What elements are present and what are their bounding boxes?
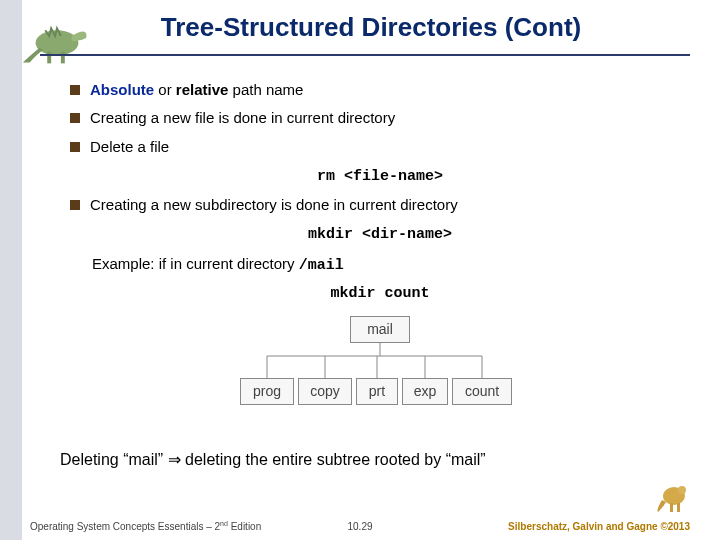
left-stripe: [0, 0, 22, 540]
bullet-text: Creating a new subdirectory is done in c…: [90, 195, 690, 215]
bullet-icon: [70, 85, 80, 95]
svg-rect-11: [670, 503, 673, 512]
bullet-icon: [70, 142, 80, 152]
implies-arrow-icon: ⇒: [168, 451, 181, 468]
bullet-create-file: Creating a new file is done in current d…: [70, 108, 690, 128]
term-relative: relative: [176, 81, 229, 98]
text-sep: or: [154, 81, 176, 98]
bullet-text: Delete a file: [90, 137, 690, 157]
example-prefix: Example: if in current directory: [92, 255, 299, 272]
bullet-icon: [70, 200, 80, 210]
tree-node-prt: prt: [356, 378, 398, 405]
dinosaur-bottom-icon: [656, 476, 692, 516]
bullet-delete-file: Delete a file: [70, 137, 690, 157]
tree-node-exp: exp: [402, 378, 448, 405]
tree-node-prog: prog: [240, 378, 294, 405]
delete-note-a: Deleting “mail”: [60, 451, 168, 468]
tree-node-mail: mail: [350, 316, 410, 343]
bullet-icon: [70, 113, 80, 123]
delete-note-b: deleting the entire subtree rooted by “m…: [181, 451, 486, 468]
title-underline: [40, 54, 690, 56]
footer: Operating System Concepts Essentials – 2…: [0, 516, 720, 532]
slide-content: Absolute or relative path name Creating …: [70, 80, 690, 416]
bullet-absolute-relative: Absolute or relative path name: [70, 80, 690, 100]
code-mkdir: mkdir <dir-name>: [308, 226, 452, 243]
example-line: Example: if in current directory /mail: [92, 254, 690, 276]
bullet-create-subdir: Creating a new subdirectory is done in c…: [70, 195, 690, 215]
tree-node-count: count: [452, 378, 512, 405]
svg-point-13: [678, 486, 686, 494]
code-rm: rm <file-name>: [317, 168, 443, 185]
example-path: /mail: [299, 257, 344, 274]
footer-copyright: Silberschatz, Galvin and Gagne ©2013: [508, 521, 690, 532]
delete-note: Deleting “mail” ⇒ deleting the entire su…: [60, 450, 486, 469]
svg-rect-12: [677, 503, 680, 512]
directory-tree-diagram: mail prog copy prt exp count: [230, 316, 530, 416]
text-rest: path name: [228, 81, 303, 98]
tree-node-copy: copy: [298, 378, 352, 405]
bullet-text: Creating a new file is done in current d…: [90, 108, 690, 128]
code-mkdir-count: mkdir count: [330, 285, 429, 302]
term-absolute: Absolute: [90, 81, 154, 98]
slide-title: Tree-Structured Directories (Cont): [161, 12, 581, 43]
